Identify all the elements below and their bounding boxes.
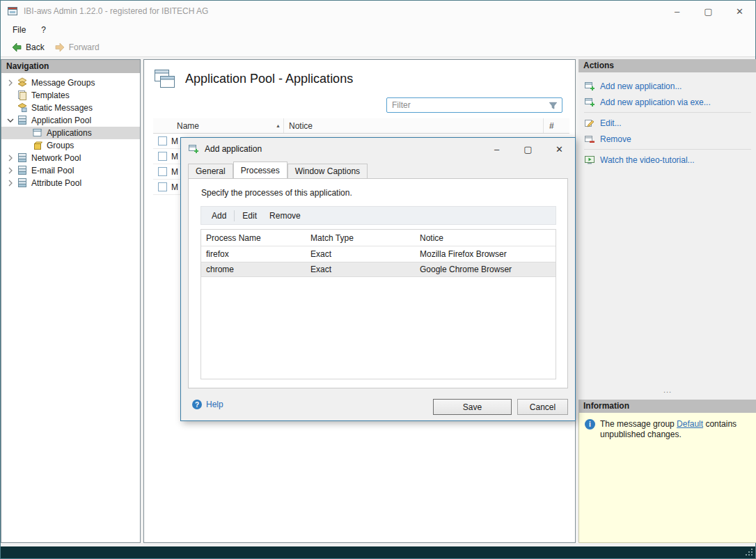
toolbar: Back Forward [1,38,755,57]
sidebar-item-templates[interactable]: Templates [1,89,140,102]
chevron-right-icon[interactable] [6,166,15,175]
row-checkbox[interactable] [158,182,167,191]
actions-separator [584,112,751,113]
filter-box [386,97,562,113]
sidebar-item-email-pool[interactable]: E-mail Pool [1,164,140,177]
sidebar-item-message-groups[interactable]: Message Groups [1,77,140,89]
filter-icon[interactable] [548,100,558,111]
applications-icon [32,127,43,139]
dialog-maximize-button[interactable]: ▢ [512,138,544,160]
count-column-header[interactable]: # [543,118,569,133]
action-label: Watch the video-tutorial... [600,155,695,165]
action-add-new-application[interactable]: Add new application... [578,78,756,94]
process-row-firefox[interactable]: firefox Exact Mozilla Firefox Browser [201,246,556,262]
checkbox-column-header[interactable] [153,118,173,133]
row-checkbox[interactable] [158,167,167,176]
remove-process-button[interactable]: Remove [263,211,307,221]
resize-grip-icon[interactable] [751,554,753,556]
forward-label: Forward [69,42,100,52]
sidebar-item-attribute-pool[interactable]: Attribute Pool [1,177,140,189]
dialog-close-button[interactable]: ✕ [544,138,575,160]
dialog-tabs: General Processes Window Captions [188,162,368,178]
sort-ascending-icon: ▲ [276,123,281,128]
sidebar-item-groups[interactable]: Groups [1,139,140,152]
row-checkbox[interactable] [158,152,167,161]
templates-icon [17,90,28,101]
app-window: IBI-aws Admin 1.22.0 - registered for IB… [0,0,756,559]
processes-toolbar: Add Edit Remove [200,206,556,225]
email-pool-icon [17,165,28,176]
tree-item-label: Static Messages [31,103,93,113]
groups-icon [32,140,43,151]
cancel-button[interactable]: Cancel [517,399,568,415]
close-button[interactable]: ✕ [724,1,755,22]
sidebar-item-static-messages[interactable]: Static Messages [1,102,140,114]
chevron-down-icon[interactable] [6,116,15,125]
action-edit[interactable]: Edit... [578,115,756,131]
maximize-button[interactable]: ▢ [693,1,724,22]
information-body: i The message group Default contains unp… [578,413,756,543]
add-application-icon [584,81,595,92]
notice-column-header[interactable]: Notice [420,233,556,243]
back-button[interactable]: Back [6,40,49,54]
forward-button[interactable]: Forward [49,40,104,54]
dialog-controls: – ▢ ✕ [481,138,575,160]
tab-window-captions[interactable]: Window Captions [288,164,368,178]
window-controls: – ▢ ✕ [661,1,755,22]
tree-item-label: Message Groups [31,78,95,88]
actions-list: Add new application... Add new applicati… [578,72,756,168]
process-name-cell: chrome [201,265,310,274]
remove-icon [584,134,595,145]
help-label: Help [206,400,223,409]
sidebar-item-application-pool[interactable]: Application Pool [1,114,140,127]
message-groups-icon [17,77,28,88]
statusbar [1,546,755,558]
chevron-right-icon[interactable] [6,79,15,87]
tree-item-label: Templates [31,90,70,100]
sidebar-item-applications[interactable]: Applications [1,127,140,139]
info-text-before: The message group [600,419,677,429]
menu-file[interactable]: File [5,22,33,38]
match-type-column-header[interactable]: Match Type [310,233,420,243]
page-title: Application Pool - Applications [185,72,353,86]
action-watch-video-tutorial[interactable]: Watch the video-tutorial... [578,152,756,168]
network-pool-icon [17,152,28,164]
menu-help[interactable]: ? [33,22,54,38]
process-row-chrome[interactable]: chrome Exact Google Chrome Browser [201,262,556,277]
navigation-tree: Message Groups Templates Static Messages… [1,73,140,189]
default-message-group-link[interactable]: Default [677,419,703,429]
back-icon [11,42,22,53]
action-remove[interactable]: Remove [578,131,756,147]
chevron-right-icon[interactable] [6,179,15,187]
right-panel: Actions Add new application... Add new a… [578,59,756,543]
processes-description: Specify the processes of this applicatio… [201,188,352,198]
row-checkbox[interactable] [158,136,167,145]
notice-cell: Mozilla Firefox Browser [420,249,556,259]
add-application-dialog-icon [188,143,199,155]
action-label: Edit... [600,118,622,128]
static-messages-icon [17,102,28,113]
action-add-new-application-via-exe[interactable]: Add new application via exe... [578,94,756,110]
table-header-row: Name ▲ Notice # [153,118,569,134]
sidebar-item-network-pool[interactable]: Network Pool [1,152,140,164]
action-label: Add new application via exe... [600,97,711,107]
name-column-header[interactable]: Name ▲ [173,118,283,133]
match-type-cell: Exact [310,265,420,274]
attribute-pool-icon [17,178,28,189]
help-link[interactable]: ? Help [192,400,223,409]
name-column-label: Name [177,121,199,131]
actions-separator [584,149,751,150]
save-button[interactable]: Save [433,399,512,415]
process-name-column-header[interactable]: Process Name [201,233,310,243]
minimize-button[interactable]: – [661,1,693,22]
chevron-right-icon[interactable] [6,154,15,162]
edit-process-button[interactable]: Edit [236,211,263,221]
filter-input[interactable] [387,100,548,110]
window-title: IBI-aws Admin 1.22.0 - registered for IB… [24,6,208,16]
panel-splitter[interactable]: ... [578,386,756,393]
tab-processes[interactable]: Processes [233,162,288,178]
add-process-button[interactable]: Add [205,211,233,221]
notice-column-header[interactable]: Notice [283,118,543,133]
dialog-minimize-button[interactable]: – [481,138,512,160]
tab-general[interactable]: General [188,164,233,178]
